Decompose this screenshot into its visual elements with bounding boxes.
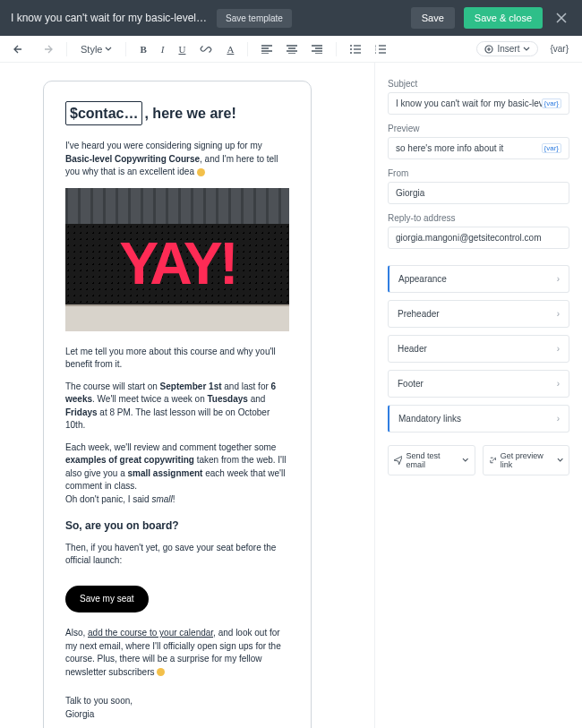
emoji-icon	[197, 168, 205, 176]
paragraph: The course will start on September 1st a…	[65, 381, 289, 433]
insert-dropdown[interactable]: Insert	[476, 41, 538, 56]
save-and-close-button[interactable]: Save & close	[464, 7, 543, 29]
paragraph: Also, add the course to your calendar, a…	[65, 627, 289, 679]
bullet-list-button[interactable]	[346, 42, 365, 56]
preview-input[interactable]: so here's more info about it {var}	[388, 137, 569, 159]
get-preview-link-button[interactable]: Get preview link	[483, 445, 570, 475]
paragraph: Then, if you haven't yet, go save your s…	[65, 542, 289, 568]
preview-label: Preview	[388, 124, 569, 133]
hero-image	[65, 188, 289, 331]
paragraph: I've heard you were considering signing …	[65, 140, 289, 179]
email-body[interactable]: $contac…, here we are! I've heard you we…	[43, 81, 312, 728]
insert-var-icon[interactable]: {var}	[542, 143, 561, 153]
paragraph: Let me tell you more about this course a…	[65, 346, 289, 372]
chevron-right-icon: ›	[557, 309, 560, 319]
chevron-right-icon: ›	[557, 379, 560, 389]
numbered-list-button[interactable]: 123	[371, 42, 390, 56]
subheading: So, are you on board?	[65, 518, 289, 534]
save-button[interactable]: Save	[411, 7, 455, 29]
from-label: From	[388, 168, 569, 178]
send-test-email-button[interactable]: Send test email	[388, 445, 475, 475]
redo-button[interactable]	[36, 41, 57, 57]
reply-to-label: Reply-to address	[388, 213, 569, 223]
signoff: Talk to you soon,Giorgia	[65, 695, 289, 721]
accordion-preheader[interactable]: Preheader›	[388, 300, 569, 328]
subject-input[interactable]: I know you can't wait for my basic-level…	[388, 92, 569, 115]
paragraph: Each week, we'll review and comment toge…	[65, 441, 289, 507]
chevron-right-icon: ›	[557, 274, 560, 284]
contact-variable-token[interactable]: $contac…	[65, 101, 142, 125]
style-label: Style	[81, 44, 102, 55]
style-dropdown[interactable]: Style	[76, 41, 116, 57]
save-my-seat-button[interactable]: Save my seat	[65, 586, 149, 613]
email-heading: $contac…, here we are!	[65, 101, 289, 125]
from-input[interactable]: Giorgia	[388, 182, 569, 204]
external-link-icon	[489, 456, 497, 465]
settings-sidebar: Subject I know you can't wait for my bas…	[374, 63, 582, 728]
save-template-button[interactable]: Save template	[217, 9, 292, 28]
accordion-footer[interactable]: Footer›	[388, 370, 569, 398]
text-color-button[interactable]: A	[222, 41, 238, 57]
insert-label: Insert	[497, 44, 519, 54]
svg-point-0	[350, 45, 352, 47]
editor-canvas[interactable]: $contac…, here we are! I've heard you we…	[0, 63, 374, 728]
chevron-down-icon	[462, 457, 469, 464]
link-button[interactable]	[195, 41, 217, 57]
svg-text:3: 3	[375, 51, 377, 54]
insert-variable-button[interactable]: {var}	[545, 41, 573, 56]
accordion-header[interactable]: Header›	[388, 335, 569, 363]
undo-button[interactable]	[9, 41, 30, 57]
align-right-button[interactable]	[307, 42, 327, 56]
accordion-mandatory-links[interactable]: Mandatory links›	[388, 405, 569, 433]
emoji-icon	[157, 668, 165, 676]
insert-var-icon[interactable]: {var}	[542, 98, 561, 108]
chevron-down-icon	[557, 457, 563, 464]
send-icon	[394, 456, 402, 465]
page-title: I know you can't wait for my basic-level…	[11, 12, 208, 24]
italic-button[interactable]: I	[157, 41, 169, 57]
reply-to-input[interactable]: giorgia.mangoni@getsitecontrol.com	[388, 227, 569, 249]
chevron-right-icon: ›	[557, 414, 560, 424]
underline-button[interactable]: U	[174, 41, 190, 57]
subject-label: Subject	[388, 79, 569, 89]
bold-button[interactable]: B	[135, 41, 150, 57]
svg-point-1	[350, 48, 352, 50]
close-icon[interactable]	[552, 12, 571, 24]
chevron-right-icon: ›	[557, 344, 560, 354]
svg-point-2	[350, 52, 352, 54]
align-center-button[interactable]	[282, 42, 302, 56]
editor-toolbar: Style B I U A 123 Insert {var}	[0, 36, 582, 63]
accordion-appearance[interactable]: Appearance›	[388, 265, 569, 293]
top-bar: I know you can't wait for my basic-level…	[0, 0, 582, 36]
align-left-button[interactable]	[257, 42, 277, 56]
